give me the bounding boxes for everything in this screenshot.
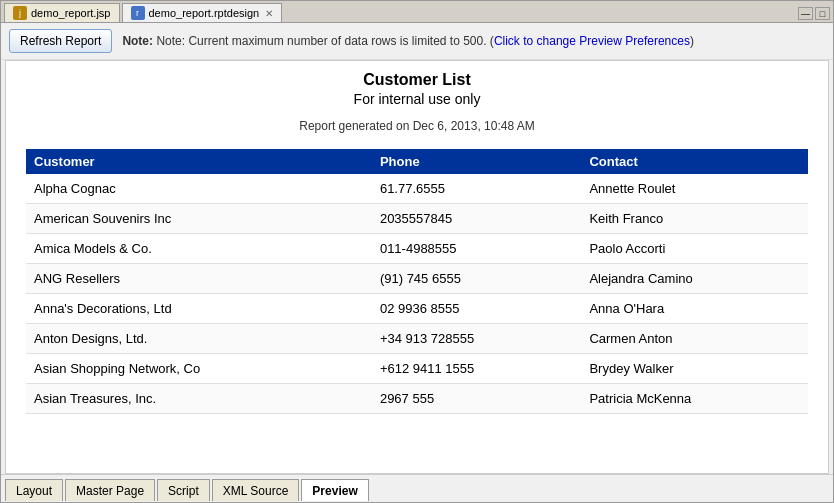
note-text: Note: Note: Current maximum number of da… <box>122 34 694 48</box>
rptdesign-icon: r <box>131 6 145 20</box>
cell-contact: Annette Roulet <box>581 174 808 204</box>
report-title: Customer List <box>26 71 808 89</box>
cell-phone: 011-4988555 <box>372 234 582 264</box>
cell-contact: Patricia McKenna <box>581 384 808 414</box>
window-controls: — □ <box>798 7 830 22</box>
cell-contact: Paolo Accorti <box>581 234 808 264</box>
preview-preferences-link[interactable]: Click to change Preview Preferences <box>494 34 690 48</box>
cell-customer: Amica Models & Co. <box>26 234 372 264</box>
bottom-tab-bar: LayoutMaster PageScriptXML SourcePreview <box>1 474 833 502</box>
table-row: Anton Designs, Ltd.+34 913 728555Carmen … <box>26 324 808 354</box>
cell-customer: Asian Shopping Network, Co <box>26 354 372 384</box>
col-contact: Contact <box>581 149 808 174</box>
col-phone: Phone <box>372 149 582 174</box>
bottom-tab-xml-source[interactable]: XML Source <box>212 479 300 501</box>
content-area: Customer List For internal use only Repo… <box>5 60 829 474</box>
cell-contact: Keith Franco <box>581 204 808 234</box>
cell-contact: Anna O'Hara <box>581 294 808 324</box>
tab-jsp[interactable]: j demo_report.jsp <box>4 3 120 22</box>
cell-phone: (91) 745 6555 <box>372 264 582 294</box>
cell-contact: Brydey Walker <box>581 354 808 384</box>
table-row: ANG Resellers(91) 745 6555Alejandra Cami… <box>26 264 808 294</box>
cell-customer: Anton Designs, Ltd. <box>26 324 372 354</box>
close-tab-icon[interactable]: ✕ <box>265 8 273 19</box>
table-row: Asian Treasures, Inc.2967 555Patricia Mc… <box>26 384 808 414</box>
toolbar: Refresh Report Note: Note: Current maxim… <box>1 23 833 60</box>
report-viewer[interactable]: Customer List For internal use only Repo… <box>6 61 828 473</box>
tab-jsp-label: demo_report.jsp <box>31 7 111 19</box>
tab-rptdesign[interactable]: r demo_report.rptdesign ✕ <box>122 3 283 22</box>
col-customer: Customer <box>26 149 372 174</box>
cell-customer: ANG Resellers <box>26 264 372 294</box>
report-subtitle: For internal use only <box>26 91 808 107</box>
cell-customer: Alpha Cognac <box>26 174 372 204</box>
cell-phone: 2035557845 <box>372 204 582 234</box>
tab-bar: j demo_report.jsp r demo_report.rptdesig… <box>1 1 833 23</box>
report-table: Customer Phone Contact Alpha Cognac61.77… <box>26 149 808 414</box>
bottom-tab-preview[interactable]: Preview <box>301 479 368 501</box>
maximize-button[interactable]: □ <box>815 7 830 20</box>
cell-contact: Alejandra Camino <box>581 264 808 294</box>
jsp-icon: j <box>13 6 27 20</box>
tab-rptdesign-label: demo_report.rptdesign <box>149 7 260 19</box>
refresh-report-button[interactable]: Refresh Report <box>9 29 112 53</box>
main-window: j demo_report.jsp r demo_report.rptdesig… <box>0 0 834 503</box>
cell-phone: 2967 555 <box>372 384 582 414</box>
note-content: Note: Current maximum number of data row… <box>156 34 486 48</box>
cell-phone: 02 9936 8555 <box>372 294 582 324</box>
cell-customer: American Souvenirs Inc <box>26 204 372 234</box>
bottom-tab-script[interactable]: Script <box>157 479 210 501</box>
table-header-row: Customer Phone Contact <box>26 149 808 174</box>
table-row: Asian Shopping Network, Co+612 9411 1555… <box>26 354 808 384</box>
table-row: Anna's Decorations, Ltd02 9936 8555Anna … <box>26 294 808 324</box>
cell-customer: Anna's Decorations, Ltd <box>26 294 372 324</box>
bottom-tab-layout[interactable]: Layout <box>5 479 63 501</box>
bottom-tab-master-page[interactable]: Master Page <box>65 479 155 501</box>
table-row: Amica Models & Co.011-4988555Paolo Accor… <box>26 234 808 264</box>
table-row: Alpha Cognac61.77.6555Annette Roulet <box>26 174 808 204</box>
cell-contact: Carmen Anton <box>581 324 808 354</box>
report-generated: Report generated on Dec 6, 2013, 10:48 A… <box>26 119 808 133</box>
cell-customer: Asian Treasures, Inc. <box>26 384 372 414</box>
table-row: American Souvenirs Inc2035557845Keith Fr… <box>26 204 808 234</box>
cell-phone: +34 913 728555 <box>372 324 582 354</box>
cell-phone: +612 9411 1555 <box>372 354 582 384</box>
cell-phone: 61.77.6555 <box>372 174 582 204</box>
minimize-button[interactable]: — <box>798 7 813 20</box>
